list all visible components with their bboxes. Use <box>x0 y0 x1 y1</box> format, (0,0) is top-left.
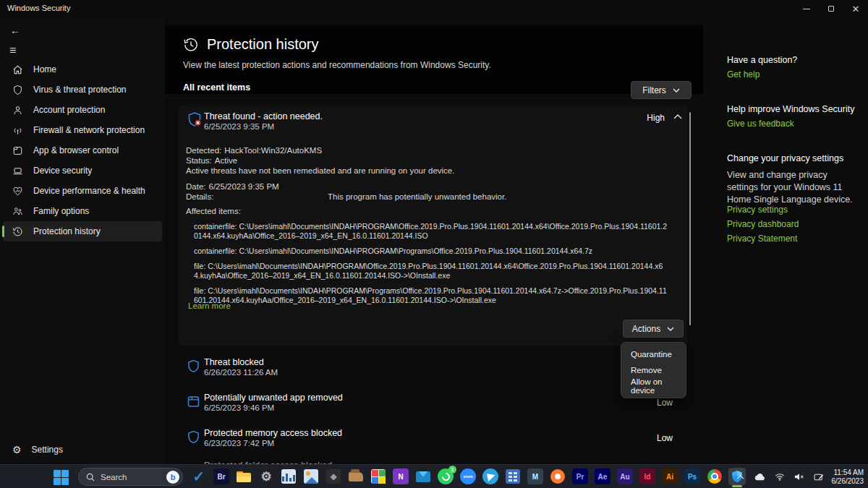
question-heading: Have a question? <box>727 55 797 65</box>
task-manager-icon[interactable] <box>280 468 297 485</box>
detected-value: HackTool:Win32/AutoKMS <box>224 145 322 155</box>
onenote-icon[interactable]: N <box>392 468 409 485</box>
zoom-icon[interactable]: zoom <box>459 468 477 485</box>
sidebar-label: Settings <box>32 445 63 455</box>
volume-muted-icon[interactable] <box>793 473 806 481</box>
checkmark-app-icon[interactable]: ✓ <box>190 468 208 485</box>
row-title: Threat blocked <box>204 357 264 367</box>
history-clock-icon <box>12 226 23 237</box>
scrollbar[interactable] <box>689 112 691 325</box>
tray-chevron-up-icon[interactable] <box>734 475 747 479</box>
illustrator-icon[interactable]: Ai <box>661 468 678 485</box>
sidebar-item-protection-history[interactable]: Protection history <box>3 221 162 241</box>
start-button[interactable] <box>52 468 69 486</box>
gem-app-icon[interactable]: ◆ <box>325 468 342 485</box>
paint-app-icon[interactable] <box>370 468 387 485</box>
menu-item-remove[interactable]: Remove <box>621 362 686 378</box>
threat-shield-alert-icon <box>186 111 203 128</box>
privacy-statement-link[interactable]: Privacy Statement <box>727 234 797 244</box>
file-explorer-icon[interactable] <box>235 468 252 485</box>
sidebar-label: Device performance & health <box>33 186 145 196</box>
laptop-icon <box>12 166 23 176</box>
bing-icon[interactable]: b <box>166 471 179 484</box>
person-icon <box>12 105 23 116</box>
filters-button[interactable]: Filters <box>631 81 692 99</box>
blender-icon[interactable] <box>549 468 566 485</box>
after-effects-icon[interactable]: Ae <box>594 468 611 485</box>
sidebar: ← ≡ Home Virus & threat protection Accou… <box>0 17 165 464</box>
sidebar-item-account-protection[interactable]: Account protection <box>3 100 162 120</box>
gear-icon: ⚙ <box>12 444 22 455</box>
chrome-icon[interactable] <box>706 468 723 485</box>
close-button[interactable]: ✕ <box>843 0 868 17</box>
mail-app-icon[interactable] <box>414 468 432 485</box>
main-content: Protection history View the latest prote… <box>165 17 703 464</box>
chevron-up-icon[interactable] <box>673 114 682 119</box>
menu-item-quarantine[interactable]: Quarantine <box>621 346 686 362</box>
row-title: Potentially unwanted app removed <box>204 393 343 403</box>
menu-hamburger-icon[interactable]: ≡ <box>9 44 16 57</box>
row-date: 6/25/2023 9:46 PM <box>204 403 274 412</box>
sidebar-item-family-options[interactable]: Family options <box>3 201 162 221</box>
recent-items-label: All recent items <box>183 82 250 93</box>
get-help-link[interactable]: Get help <box>727 69 760 80</box>
chevron-down-icon <box>673 88 680 93</box>
sidebar-item-app-browser-control[interactable]: App & browser control <box>3 140 162 160</box>
sidebar-label: App & browser control <box>33 145 119 155</box>
family-icon <box>12 206 23 217</box>
pen-input-icon[interactable] <box>812 473 825 481</box>
taskbar-search[interactable]: Search b <box>78 468 183 486</box>
privacy-text: View and change privacy settings for you… <box>727 169 854 206</box>
app-window-icon <box>12 145 23 156</box>
history-row-memory-access-blocked[interactable]: Protected memory access blocked 6/23/202… <box>165 428 703 455</box>
details-value: This program has potentially unwanted be… <box>328 192 506 202</box>
calculator-icon[interactable] <box>504 468 522 485</box>
audition-icon[interactable]: Au <box>616 468 634 485</box>
onedrive-cloud-icon[interactable] <box>754 473 767 481</box>
give-feedback-link[interactable]: Give us feedback <box>727 119 794 129</box>
adobe-bridge-icon[interactable]: Br <box>213 468 230 485</box>
taskbar-icons: ✓ Br ⚙ ◆ N 1 zoom M Pr Ae Au Id Ai Ps <box>190 468 746 485</box>
affected-path: file: C:\Users\imahl\Documents\INDAH\PRO… <box>194 262 668 281</box>
premiere-icon[interactable]: Pr <box>571 468 589 485</box>
actions-dropdown-menu: Quarantine Remove Allow on device <box>621 342 686 398</box>
severity-badge: Low <box>642 433 673 443</box>
menu-item-allow-on-device[interactable]: Allow on device <box>621 378 686 394</box>
privacy-heading: Change your privacy settings <box>727 153 843 163</box>
restore-button[interactable] <box>819 0 843 17</box>
actions-button[interactable]: Actions <box>623 320 684 338</box>
back-arrow-icon[interactable]: ← <box>10 25 20 36</box>
sidebar-item-virus-threat-protection[interactable]: Virus & threat protection <box>3 80 162 100</box>
scanner-app-icon[interactable] <box>347 468 365 485</box>
m-app-icon[interactable]: M <box>527 468 544 485</box>
sidebar-label: Family options <box>33 206 89 216</box>
threat-item-expanded[interactable]: Threat found - action needed. 6/25/2023 … <box>179 105 687 346</box>
threat-date: 6/25/2023 9:35 PM <box>204 122 274 131</box>
threat-details: Detected:HackTool:Win32/AutoKMS Status:A… <box>186 145 678 305</box>
wifi-icon[interactable] <box>773 473 786 481</box>
sidebar-item-device-performance-health[interactable]: Device performance & health <box>3 181 162 201</box>
minimize-button[interactable] <box>794 0 819 17</box>
settings-gear-icon[interactable]: ⚙ <box>258 468 275 485</box>
learn-more-link[interactable]: Learn more <box>188 301 231 310</box>
sidebar-label: Virus & threat protection <box>33 85 127 95</box>
tray-clock[interactable]: 11:54 AM 6/26/2023 <box>832 468 864 486</box>
photoshop-icon[interactable]: Ps <box>684 468 701 485</box>
indesign-icon[interactable]: Id <box>639 468 656 485</box>
telegram-icon[interactable] <box>482 468 499 485</box>
privacy-dashboard-link[interactable]: Privacy dashboard <box>727 219 799 229</box>
page-header: Protection history View the latest prote… <box>165 25 703 94</box>
privacy-settings-link[interactable]: Privacy settings <box>727 205 788 215</box>
severity-badge: High <box>634 113 665 123</box>
sidebar-item-settings[interactable]: ⚙ Settings <box>0 440 165 460</box>
whatsapp-icon[interactable]: 1 <box>437 468 454 485</box>
search-placeholder: Search <box>101 473 161 481</box>
tray-time: 11:54 AM <box>832 468 864 477</box>
status-note: Active threats have not been remediated … <box>186 166 678 176</box>
photos-app-icon[interactable] <box>302 468 320 485</box>
titlebar: Windows Security ✕ <box>0 0 868 17</box>
sidebar-item-device-security[interactable]: Device security <box>3 160 162 181</box>
tray-date: 6/26/2023 <box>832 477 864 486</box>
sidebar-item-home[interactable]: Home <box>3 59 162 80</box>
sidebar-item-firewall-network-protection[interactable]: Firewall & network protection <box>3 120 162 140</box>
